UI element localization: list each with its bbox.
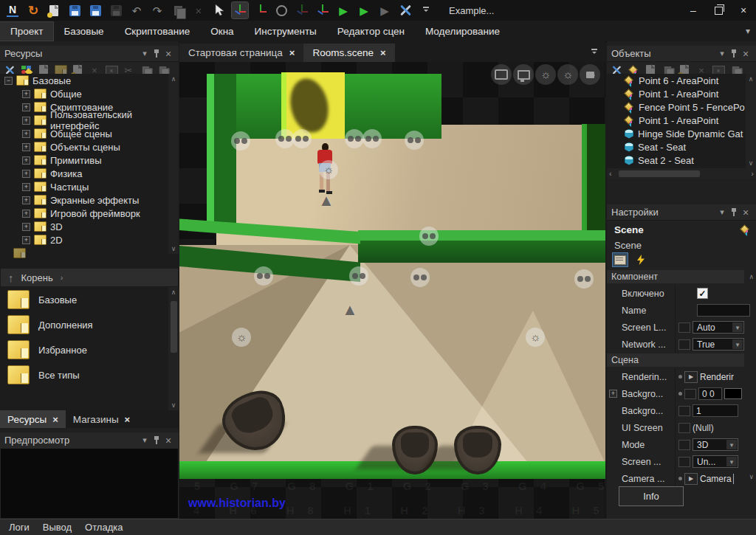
expand-icon[interactable]: + (22, 170, 30, 178)
object-item[interactable]: Hinge Side Dynamic Gat (607, 127, 756, 140)
expand-icon[interactable]: + (22, 236, 30, 244)
refresh-button[interactable]: ↻ (25, 2, 41, 18)
objects-pin-icon[interactable] (731, 49, 737, 58)
camera-expand-button[interactable]: ▶ (684, 473, 698, 485)
properties-tab[interactable] (613, 253, 628, 266)
object-item[interactable]: Point 6 - AreaPoint (607, 74, 756, 87)
scroll-right-icon[interactable]: › (751, 169, 754, 178)
tab-rooms-scene[interactable]: Rooms.scene× (303, 44, 394, 62)
camera-button[interactable] (580, 64, 600, 85)
close-icon[interactable]: × (125, 414, 131, 425)
scale-tool-button[interactable] (294, 2, 310, 18)
tree-item[interactable]: +Примитивы (0, 153, 179, 167)
menu-windows[interactable]: Окна (200, 22, 244, 41)
tab-start-page[interactable]: Стартовая страница× (179, 44, 303, 62)
menu-chevron-icon[interactable]: ▾ (746, 26, 750, 36)
tree-item[interactable]: +2D (0, 233, 179, 246)
hinge-gizmo[interactable] (345, 129, 364, 148)
events-tab[interactable] (633, 253, 648, 266)
menu-scripting[interactable]: Скриптование (114, 22, 201, 41)
tree-item[interactable]: +Игровой фреймворк (0, 207, 179, 220)
tree-item[interactable]: +Частицы (0, 180, 179, 193)
transform-tool-button[interactable] (315, 2, 331, 18)
background-alpha-input[interactable]: 1 (693, 404, 738, 417)
expand-icon[interactable]: + (22, 103, 30, 111)
enabled-checkbox[interactable]: ✓ (697, 288, 708, 299)
save-as-button[interactable] (87, 2, 103, 18)
viewport-tab-list-icon[interactable] (591, 49, 598, 56)
camera-value[interactable]: Camera (700, 474, 734, 484)
resources-pin-icon[interactable] (154, 49, 159, 58)
expand-icon[interactable]: + (22, 156, 30, 165)
expand-icon[interactable]: + (22, 223, 30, 231)
redo-button[interactable]: ↷ (149, 2, 165, 18)
expand-icon[interactable]: + (609, 390, 617, 398)
scroll-thumb[interactable] (619, 170, 700, 177)
play-second-button[interactable]: ▶ (356, 2, 372, 18)
light-gizmo[interactable]: ☼ (319, 160, 338, 179)
objects-hscrollbar[interactable]: ‹ › (607, 168, 756, 179)
default-box[interactable] (678, 440, 690, 450)
scroll-down-icon[interactable]: ∨ (749, 159, 754, 167)
spawn-point-gizmo[interactable]: ▲ (318, 193, 334, 209)
object-item[interactable]: Point 1 - AreaPoint (607, 114, 756, 127)
settings-close-icon[interactable]: × (740, 207, 752, 218)
hinge-gizmo[interactable] (405, 131, 424, 150)
scroll-up-icon[interactable]: ∧ (749, 75, 754, 83)
select-tool-button[interactable] (211, 2, 227, 18)
screen-label-dropdown[interactable]: Auto▾ (693, 321, 744, 334)
settings-scroll-up-icon[interactable]: ∧ (749, 273, 754, 280)
default-box[interactable] (678, 406, 690, 416)
object-item[interactable]: Fence Point 5 - FencePo (607, 100, 756, 114)
tree-item[interactable]: −Базовые (0, 74, 179, 87)
default-box[interactable] (678, 339, 690, 350)
scroll-up-icon[interactable]: ∧ (171, 289, 176, 296)
tab-resources[interactable]: Ресурсы× (0, 410, 66, 428)
folder-item-addons[interactable]: Дополнения (0, 312, 179, 337)
hinge-gizmo[interactable] (349, 266, 368, 286)
up-level-icon[interactable]: ↑ (8, 272, 14, 283)
ui-screen-value[interactable]: (Null) (693, 423, 714, 433)
toolbar-overflow-button[interactable] (418, 2, 434, 18)
preview-pin-icon[interactable] (154, 436, 159, 444)
object-item[interactable]: Seat - Seat (607, 140, 756, 153)
scroll-thumb[interactable] (171, 301, 177, 353)
resources-folders-vscrollbar[interactable]: ∧ ∨ (168, 287, 179, 410)
objects-close-icon[interactable]: × (740, 48, 752, 60)
lighting-alt-button[interactable]: ☼ (557, 64, 578, 85)
settings-scroll-down-icon[interactable]: ∨ (749, 473, 754, 480)
rendering-expand-button[interactable]: ▶ (684, 371, 698, 383)
hinge-gizmo[interactable] (574, 269, 594, 289)
menu-project[interactable]: Проект (0, 22, 53, 41)
info-button[interactable]: Info (619, 486, 684, 506)
mode-dropdown[interactable]: 3D▾ (693, 438, 738, 451)
folder-item-basic[interactable]: Базовые (0, 287, 179, 312)
screen-dropdown[interactable]: Un...▾ (693, 455, 738, 468)
settings-pin-icon[interactable] (731, 208, 737, 216)
scroll-left-icon[interactable]: ‹ (609, 169, 612, 178)
scene-3d-view[interactable]: G5 G7 G8 G1 G2 G3 G4 G5 G6 G7 G8 G1 G2 G… (179, 62, 605, 519)
tree-item[interactable]: +Общие (0, 87, 179, 100)
objects-vscrollbar[interactable]: ∧ ∨ (746, 74, 756, 168)
tree-item[interactable]: +Физика (0, 167, 179, 180)
expand-icon[interactable]: + (22, 183, 30, 191)
object-item[interactable]: Point 1 - AreaPoint (607, 87, 756, 100)
scroll-up-icon[interactable]: ∧ (171, 75, 176, 83)
background-color-input[interactable]: 0 0 (698, 387, 722, 400)
expand-icon[interactable]: + (22, 143, 30, 151)
rotate-tool-button[interactable] (252, 2, 269, 18)
default-box[interactable] (678, 322, 690, 333)
hinge-gizmo[interactable] (419, 227, 439, 246)
watermark-link[interactable]: www.historian.by (188, 497, 286, 510)
preview-close-icon[interactable]: × (162, 435, 174, 446)
status-debug[interactable]: Отладка (85, 522, 123, 533)
close-icon[interactable]: × (289, 47, 295, 58)
menu-modeling[interactable]: Моделирование (415, 22, 510, 41)
preview-dropdown-icon[interactable]: ▾ (139, 435, 151, 445)
close-icon[interactable]: × (52, 414, 58, 425)
new-resource-button[interactable] (46, 2, 62, 18)
resources-tree-vscrollbar[interactable]: ∧ ∨ (168, 74, 179, 254)
tab-stores[interactable]: Магазины× (66, 410, 137, 428)
app-logo[interactable]: N (4, 2, 21, 18)
collapse-icon[interactable]: − (4, 77, 13, 85)
